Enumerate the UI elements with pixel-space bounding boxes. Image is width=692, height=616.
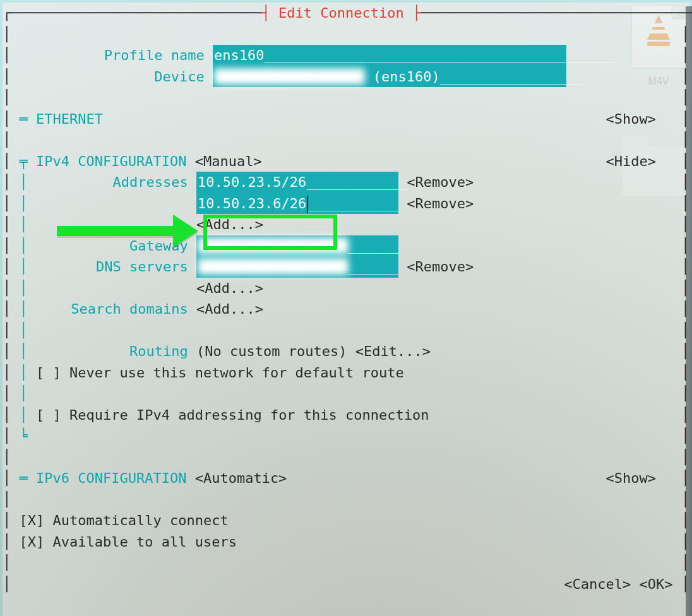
profile-name-label: Profile name xyxy=(28,45,205,66)
ethernet-show-button[interactable]: <Show> xyxy=(606,109,656,130)
routing-edit-button[interactable]: <Edit...> xyxy=(355,341,431,362)
never-default-checkbox[interactable]: [ ] xyxy=(36,362,61,384)
dns-add-button[interactable]: <Add...> xyxy=(196,278,263,299)
require-ipv4-label: Require IPv4 addressing for this connect… xyxy=(69,405,429,426)
ipv4-mode-select[interactable]: <Manual> xyxy=(195,151,262,172)
available-all-label: Available to all users xyxy=(53,531,237,553)
search-domains-label: Search domains xyxy=(28,299,188,320)
cancel-button[interactable]: <Cancel> xyxy=(564,574,631,595)
ok-button[interactable]: <OK> xyxy=(640,574,673,595)
gateway-label: Gateway xyxy=(28,235,188,257)
address-input-0[interactable]: 10.50.23.5/26____________ xyxy=(196,172,398,193)
ipv4-collapse-glyph[interactable]: ╤ xyxy=(20,151,28,172)
dialog-title-right-glyph: ├ xyxy=(404,3,421,24)
ipv6-show-button[interactable]: <Show> xyxy=(606,468,656,489)
ethernet-section-label: ETHERNET xyxy=(36,109,103,130)
address-remove-1[interactable]: <Remove> xyxy=(407,193,474,215)
device-label: Device xyxy=(28,66,205,88)
require-ipv4-checkbox[interactable]: [ ] xyxy=(36,405,61,426)
ipv6-mode-select[interactable]: <Automatic> xyxy=(195,468,287,489)
dns-input-0[interactable]: ██████████████████______ xyxy=(196,256,398,278)
edit-connection-dialog: ┌──────────────────────────────┤ Edit Co… xyxy=(3,3,689,616)
dns-label: DNS servers xyxy=(28,256,188,278)
dialog-title-left-glyph: ┤ xyxy=(262,3,279,24)
ipv4-section-corner: ╘ xyxy=(20,425,28,447)
never-default-label: Never use this network for default route xyxy=(69,362,404,384)
ethernet-collapse-glyph[interactable]: ═ xyxy=(20,109,28,130)
addresses-label: Addresses xyxy=(28,172,188,193)
border-corner: ┌ xyxy=(3,3,11,24)
address-input-1[interactable]: 10.50.23.6/26___________ xyxy=(196,193,398,215)
ipv4-section-label: IPv4 CONFIGURATION xyxy=(36,151,186,172)
routing-value: (No custom routes) xyxy=(196,341,347,362)
search-domains-add-button[interactable]: <Add...> xyxy=(196,299,263,320)
annotation-highlight-box xyxy=(203,215,337,250)
auto-connect-checkbox[interactable]: [X] xyxy=(20,510,45,531)
available-all-checkbox[interactable]: [X] xyxy=(20,531,45,553)
address-remove-0[interactable]: <Remove> xyxy=(407,172,474,193)
ipv4-hide-button[interactable]: <Hide> xyxy=(606,151,656,172)
auto-connect-label: Automatically connect xyxy=(53,510,229,531)
ipv6-section-label: IPv6 CONFIGURATION xyxy=(36,468,186,489)
device-input[interactable]: ██████████████████ (ens160)_____________… xyxy=(213,66,566,88)
dialog-title: Edit Connection xyxy=(278,3,404,24)
dns-remove-0[interactable]: <Remove> xyxy=(407,256,474,278)
routing-label: Routing xyxy=(28,341,188,362)
ipv6-collapse-glyph[interactable]: ═ xyxy=(20,468,28,489)
profile-name-input[interactable]: ens160__________________________________… xyxy=(213,45,566,66)
